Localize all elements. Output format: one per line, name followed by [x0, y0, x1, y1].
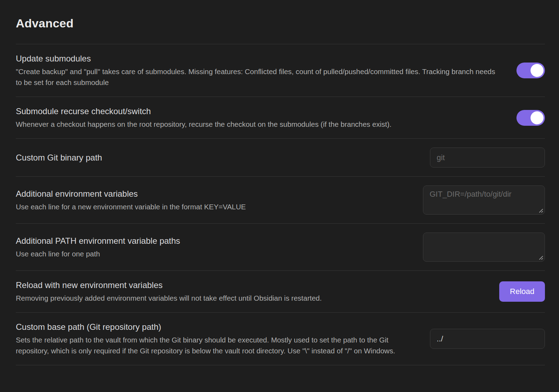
base-path-input[interactable] [430, 329, 545, 349]
textarea-wrapper [423, 185, 545, 215]
setting-description: Removing previously added environment va… [16, 293, 485, 303]
setting-reload-env: Reload with new environment variables Re… [16, 270, 545, 312]
setting-env-vars: Additional environment variables Use eac… [16, 176, 545, 223]
setting-name: Custom base path (Git repository path) [16, 321, 416, 332]
advanced-settings-page: Advanced Update submodules "Create backu… [0, 0, 559, 371]
setting-description: Use each line for a new environment vari… [16, 201, 409, 212]
update-submodules-toggle[interactable] [516, 63, 545, 78]
setting-submodule-recurse: Submodule recurse checkout/switch Whenev… [16, 97, 545, 138]
page-title: Advanced [16, 15, 545, 31]
setting-description: Whenever a checkout happens on the root … [16, 119, 502, 130]
setting-git-binary-path: Custom Git binary path [16, 138, 545, 176]
toggle-knob [531, 64, 544, 77]
env-vars-textarea[interactable] [423, 185, 545, 215]
setting-control [516, 63, 545, 78]
setting-control [423, 185, 545, 215]
setting-description: "Create backup" and "pull" takes care of… [16, 66, 502, 88]
setting-control [430, 329, 545, 349]
setting-base-path: Custom base path (Git repository path) S… [16, 312, 545, 365]
git-binary-path-input[interactable] [430, 148, 545, 168]
setting-path-vars: Additional PATH environment variable pat… [16, 223, 545, 270]
setting-info: Reload with new environment variables Re… [16, 280, 499, 303]
setting-control: Reload [499, 281, 545, 302]
setting-info: Additional PATH environment variable pat… [16, 235, 423, 259]
toggle-knob [531, 111, 544, 124]
textarea-wrapper [423, 233, 545, 262]
setting-info: Custom base path (Git repository path) S… [16, 321, 430, 356]
setting-info: Additional environment variables Use eac… [16, 188, 423, 212]
setting-control [430, 148, 545, 168]
setting-name: Reload with new environment variables [16, 280, 485, 290]
reload-button[interactable]: Reload [499, 281, 545, 302]
page-heading: Advanced [16, 0, 545, 44]
setting-name: Update submodules [16, 53, 502, 64]
setting-description: Sets the relative path to the vault from… [16, 334, 416, 356]
path-vars-textarea[interactable] [423, 233, 545, 262]
setting-name: Additional environment variables [16, 188, 409, 199]
setting-name: Custom Git binary path [16, 152, 416, 163]
setting-info: Submodule recurse checkout/switch Whenev… [16, 106, 516, 130]
setting-info: Custom Git binary path [16, 152, 430, 163]
setting-description: Use each line for one path [16, 248, 409, 259]
setting-update-submodules: Update submodules "Create backup" and "p… [16, 44, 545, 97]
setting-control [423, 233, 545, 262]
setting-control [516, 110, 545, 126]
submodule-recurse-toggle[interactable] [516, 110, 545, 126]
setting-name: Additional PATH environment variable pat… [16, 235, 409, 246]
setting-info: Update submodules "Create backup" and "p… [16, 53, 516, 88]
setting-name: Submodule recurse checkout/switch [16, 106, 502, 117]
